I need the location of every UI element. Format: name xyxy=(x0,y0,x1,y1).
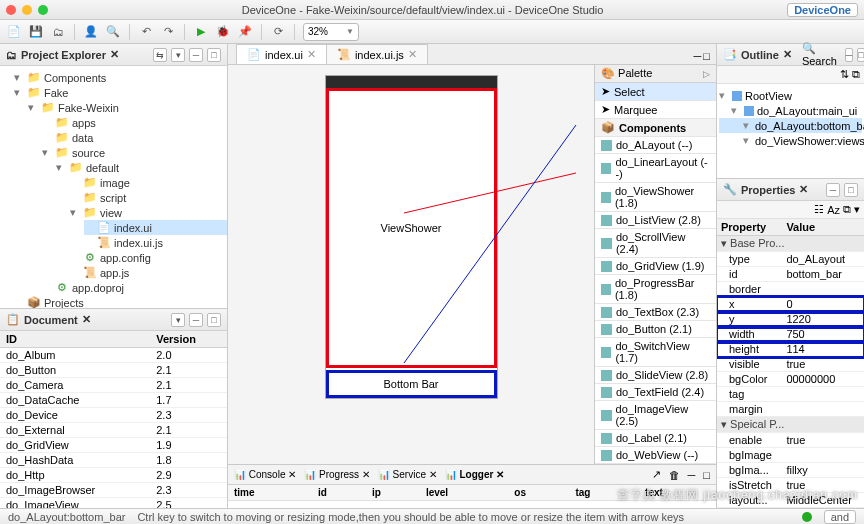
twisty-icon[interactable]: ▾ xyxy=(719,89,729,102)
table-row[interactable]: do_External2.1 xyxy=(0,423,227,438)
palette-tool[interactable]: ➤Select xyxy=(595,83,716,101)
maximize-icon[interactable]: □ xyxy=(703,469,710,481)
table-row[interactable]: do_HashData1.8 xyxy=(0,453,227,468)
save-icon[interactable]: 💾 xyxy=(28,24,44,40)
minimize-icon[interactable]: ─ xyxy=(845,48,853,62)
property-group[interactable]: ▾ Speical P... xyxy=(717,417,864,433)
tree-item[interactable]: ▾📁source xyxy=(42,145,227,160)
property-row[interactable]: bgImage xyxy=(717,448,864,463)
collapse-icon[interactable]: ▾ xyxy=(171,48,185,62)
column-header[interactable]: level xyxy=(420,485,508,501)
palette-tool[interactable]: ➤Marquee xyxy=(595,101,716,119)
outline-tab[interactable]: Outline xyxy=(741,49,779,61)
palette-item[interactable]: do_Label (2.1) xyxy=(595,430,716,447)
property-group[interactable]: ▾ Base Pro... xyxy=(717,236,864,252)
viewshower-region[interactable]: ViewShower xyxy=(326,88,497,368)
palette-item[interactable]: do_TextField (2.4) xyxy=(595,384,716,401)
palette-item[interactable]: do_GridView (1.9) xyxy=(595,258,716,275)
redo-icon[interactable]: ↷ xyxy=(160,24,176,40)
palette-item[interactable]: do_ViewShower (1.8) xyxy=(595,183,716,212)
column-header[interactable]: id xyxy=(312,485,366,501)
palette-item[interactable]: do_Button (2.1) xyxy=(595,321,716,338)
tree-item[interactable]: 📁data xyxy=(42,130,227,145)
tree-item[interactable]: ▾📁Fake-Weixin xyxy=(28,100,227,115)
property-row[interactable]: margin xyxy=(717,402,864,417)
tree-item[interactable]: ▾📁view xyxy=(70,205,227,220)
close-icon[interactable]: ✕ xyxy=(307,48,316,61)
tree-item[interactable]: 📁image xyxy=(70,175,227,190)
property-row[interactable]: tag xyxy=(717,387,864,402)
minimize-icon[interactable]: ─ xyxy=(189,313,203,327)
tree-item[interactable]: ⚙app.config xyxy=(70,250,227,265)
maximize-icon[interactable]: □ xyxy=(857,48,864,62)
palette-item[interactable]: do_ALayout (--) xyxy=(595,137,716,154)
table-row[interactable]: do_Album2.0 xyxy=(0,348,227,363)
sort-icon[interactable]: ⇅ xyxy=(840,68,849,81)
design-canvas[interactable]: ViewShower Bottom Bar xyxy=(228,65,594,464)
palette-item[interactable]: do_ScrollView (2.4) xyxy=(595,229,716,258)
tree-item[interactable]: 📜app.js xyxy=(70,265,227,280)
twisty-icon[interactable]: ▾ xyxy=(743,134,749,147)
tree-item[interactable]: 📁script xyxy=(70,190,227,205)
properties-table[interactable]: PropertyValue▾ Base Pro...typedo_ALayout… xyxy=(717,219,864,508)
palette-components-header[interactable]: 📦 Components xyxy=(595,119,716,137)
maximize-icon[interactable]: □ xyxy=(844,183,858,197)
property-row[interactable]: border xyxy=(717,282,864,297)
table-row[interactable]: do_GridView1.9 xyxy=(0,438,227,453)
maximize-icon[interactable]: □ xyxy=(207,313,221,327)
property-row[interactable]: x0 xyxy=(717,297,864,312)
column-header[interactable]: Property xyxy=(717,219,782,236)
menu-icon[interactable]: ▾ xyxy=(854,203,860,216)
palette-item[interactable]: do_TextBox (2.3) xyxy=(595,304,716,321)
outline-item[interactable]: ▾ do_ALayout:main_ui xyxy=(719,103,862,118)
debug-icon[interactable]: 🐞 xyxy=(215,24,231,40)
maximize-icon[interactable]: □ xyxy=(703,50,710,62)
link-editor-icon[interactable]: ⇆ xyxy=(153,48,167,62)
table-row[interactable]: do_Device2.3 xyxy=(0,408,227,423)
minimize-icon[interactable]: ─ xyxy=(688,469,696,481)
palette-item[interactable]: do_WebView (--) xyxy=(595,447,716,464)
outline-item[interactable]: ▾ do_ViewShower:viewshowe xyxy=(719,133,862,148)
pin-icon[interactable]: 📌 xyxy=(237,24,253,40)
property-row[interactable]: width750 xyxy=(717,327,864,342)
palette-item[interactable]: do_ImageView (2.5) xyxy=(595,401,716,430)
column-header[interactable]: Version xyxy=(150,331,227,348)
property-row[interactable]: visibletrue xyxy=(717,357,864,372)
table-row[interactable]: do_Button2.1 xyxy=(0,363,227,378)
column-header[interactable]: ip xyxy=(366,485,420,501)
palette-item[interactable]: do_ProgressBar (1.8) xyxy=(595,275,716,304)
property-row[interactable]: bgIma...fillxy xyxy=(717,463,864,478)
minimize-icon[interactable]: ─ xyxy=(826,183,840,197)
table-row[interactable]: do_DataCache1.7 xyxy=(0,393,227,408)
editor-tab[interactable]: 📄index.ui ✕ xyxy=(236,44,327,64)
twisty-icon[interactable]: ▾ xyxy=(14,71,24,84)
twisty-icon[interactable]: ▾ xyxy=(70,206,80,219)
console-tab[interactable]: 📊 Service ✕ xyxy=(378,469,437,480)
new-icon[interactable]: 📄 xyxy=(6,24,22,40)
outline-tree[interactable]: ▾ RootView▾ do_ALayout:main_ui▾ do_ALayo… xyxy=(717,84,864,178)
filter-icon[interactable]: ⧉ xyxy=(843,203,851,216)
property-row[interactable]: height114 xyxy=(717,342,864,357)
filter-icon[interactable]: ⧉ xyxy=(852,68,860,81)
close-icon[interactable]: ✕ xyxy=(110,48,119,61)
outline-item[interactable]: ▾ RootView xyxy=(719,88,862,103)
tree-item[interactable]: ▾📁Components xyxy=(14,70,227,85)
maximize-icon[interactable]: □ xyxy=(207,48,221,62)
close-icon[interactable]: ✕ xyxy=(82,313,91,326)
tree-item[interactable]: 📁apps xyxy=(42,115,227,130)
table-row[interactable]: do_ImageBrowser2.3 xyxy=(0,483,227,498)
minimize-window-button[interactable] xyxy=(22,5,32,15)
project-explorer-tree[interactable]: ▾📁Components▾📁Fake▾📁Fake-Weixin📁apps📁dat… xyxy=(0,66,227,308)
document-table[interactable]: IDVersiondo_Album2.0do_Button2.1do_Camer… xyxy=(0,331,227,508)
column-header[interactable]: time xyxy=(228,485,312,501)
tree-item[interactable]: ⚙app.doproj xyxy=(42,280,227,295)
table-row[interactable]: do_Http2.9 xyxy=(0,468,227,483)
tree-item[interactable]: 📄index.ui xyxy=(84,220,227,235)
editor-tab[interactable]: 📜index.ui.js ✕ xyxy=(326,44,428,64)
zoom-input[interactable] xyxy=(308,26,344,37)
chevron-right-icon[interactable]: ▷ xyxy=(703,69,710,79)
twisty-icon[interactable]: ▾ xyxy=(42,146,52,159)
twisty-icon[interactable]: ▾ xyxy=(14,86,24,99)
property-row[interactable]: y1220 xyxy=(717,312,864,327)
property-row[interactable]: isStretchtrue xyxy=(717,478,864,493)
